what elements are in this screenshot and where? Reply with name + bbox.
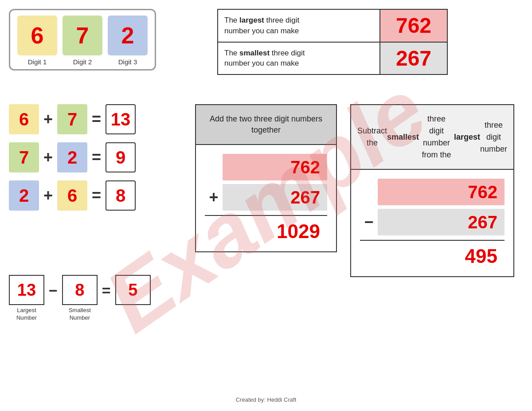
diff-result-number: 5 <box>115 275 151 305</box>
add-top-row: 762 <box>205 154 327 180</box>
diff-smallest-box: 8 Smallest Number <box>62 275 98 322</box>
eq2-b: 2 <box>57 142 87 172</box>
eq-row-2: 7 + 2 = 9 <box>9 142 136 172</box>
digit-3-wrapper: 2 Digit 3 <box>108 16 148 66</box>
eq1-equals: = <box>92 110 101 129</box>
digit-2-card: 7 <box>63 16 102 55</box>
sub-top-number: 762 <box>378 179 505 205</box>
diff-smallest-number: 8 <box>62 275 98 305</box>
eq1-a: 6 <box>9 104 39 134</box>
sub-result: 495 <box>378 245 505 267</box>
eq1-b: 7 <box>57 104 87 134</box>
digit-3-card: 2 <box>108 16 148 55</box>
sub-column-body: 762 − 267 495 <box>351 170 513 276</box>
sub-bottom-row: − 267 <box>360 209 505 235</box>
digit-2-label: Digit 2 <box>73 58 92 66</box>
largest-smallest-table: The largest three digitnumber you can ma… <box>217 9 448 75</box>
diff-minus: − <box>49 282 58 299</box>
eq2-equals: = <box>92 148 101 167</box>
addition-section: 6 + 7 = 13 7 + 2 = 9 2 + 6 = 8 <box>9 104 136 219</box>
add-column: Add the two three digit numbers together… <box>195 104 337 252</box>
smallest-value: 267 <box>380 43 447 74</box>
diff-section: 13 Largest Number − 8 Smallest Number = … <box>9 275 151 322</box>
digit-1-wrapper: 6 Digit 1 <box>17 16 57 66</box>
diff-largest-number: 13 <box>9 275 44 305</box>
add-top-number: 762 <box>223 154 327 180</box>
sub-column-header: Subtract the smallest three digit number… <box>351 105 513 170</box>
add-line <box>205 215 327 216</box>
diff-smallest-label: Smallest Number <box>62 307 98 322</box>
add-result-row: 1029 <box>205 220 327 243</box>
smallest-row: The smallest three digitnumber you can m… <box>218 43 447 74</box>
sub-column: Subtract the smallest three digit number… <box>350 104 514 277</box>
eq-row-1: 6 + 7 = 13 <box>9 104 136 134</box>
eq2-a: 7 <box>9 142 39 172</box>
eq1-result: 13 <box>106 104 136 134</box>
eq3-b: 6 <box>57 180 87 211</box>
add-result: 1029 <box>223 220 327 243</box>
add-bottom-number: 267 <box>223 184 327 211</box>
footer: Created by: Heddi Craft <box>236 396 297 403</box>
diff-largest-box: 13 Largest Number <box>9 275 44 322</box>
eq3-a: 2 <box>9 180 39 211</box>
largest-value: 762 <box>380 10 447 42</box>
largest-row: The largest three digitnumber you can ma… <box>218 10 447 43</box>
digit-1-card: 6 <box>17 16 57 55</box>
sub-result-row: 495 <box>360 245 505 267</box>
eq2-result: 9 <box>106 142 136 172</box>
largest-label: The largest three digitnumber you can ma… <box>218 10 380 42</box>
add-column-body: 762 + 267 1029 <box>196 145 336 251</box>
eq2-plus: + <box>43 148 53 167</box>
add-column-header: Add the two three digit numbers together <box>196 105 336 145</box>
digit-cards-container: 6 Digit 1 7 Digit 2 2 Digit 3 <box>9 9 156 70</box>
eq3-result: 8 <box>106 180 136 211</box>
diff-largest-label: Largest Number <box>9 307 44 322</box>
sub-line <box>360 240 505 241</box>
eq3-equals: = <box>92 186 101 205</box>
sub-minus-sign: − <box>360 213 378 231</box>
add-plus-sign: + <box>205 188 223 207</box>
digit-3-label: Digit 3 <box>118 58 137 66</box>
sub-top-row: 762 <box>360 179 505 205</box>
eq3-plus: + <box>43 186 53 205</box>
eq1-plus: + <box>43 110 53 129</box>
diff-equals: = <box>102 282 111 299</box>
add-bottom-row: + 267 <box>205 184 327 211</box>
digit-1-label: Digit 1 <box>28 58 47 66</box>
smallest-label: The smallest three digitnumber you can m… <box>218 43 380 74</box>
eq-row-3: 2 + 6 = 8 <box>9 180 136 211</box>
sub-bottom-number: 267 <box>378 209 505 235</box>
diff-result-box: 5 <box>115 275 151 305</box>
page: Example 6 Digit 1 7 Digit 2 2 Digit 3 Th… <box>0 0 532 411</box>
digit-2-wrapper: 7 Digit 2 <box>63 16 102 66</box>
